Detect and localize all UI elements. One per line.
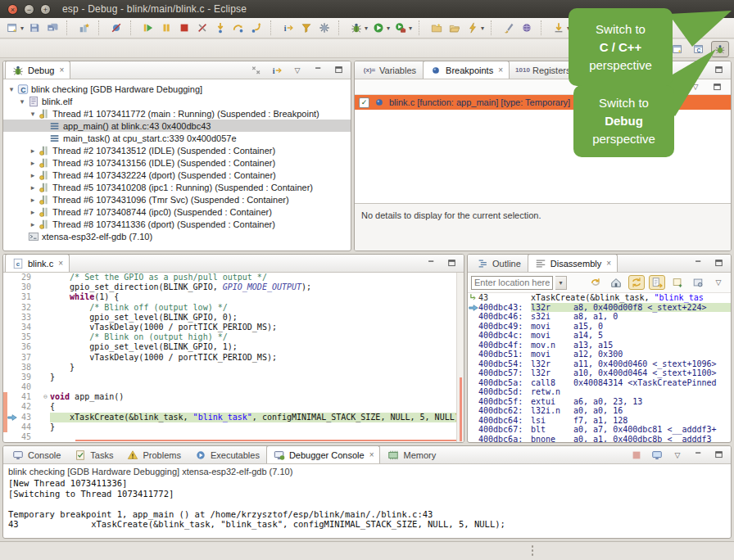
tree-expander-icon[interactable]: ▾ [28, 110, 38, 118]
tab-debug[interactable]: Debug× [5, 61, 70, 79]
annotation-ruler[interactable] [7, 353, 18, 363]
debug-settings-button[interactable] [316, 20, 333, 36]
tab-blink-c[interactable]: cblink.c× [5, 254, 70, 272]
tab-disassembly[interactable]: Disassembly× [528, 254, 618, 272]
format-button[interactable] [501, 20, 517, 36]
minimize-button[interactable] [423, 255, 439, 272]
save-all-button[interactable] [44, 20, 61, 36]
terminate-dim-button[interactable] [628, 447, 645, 463]
tree-expander-icon[interactable]: ▸ [28, 183, 38, 192]
view-menu-button[interactable]: ▽ [687, 80, 704, 93]
debug-tree-item[interactable]: ▾Cblink checking [GDB Hardware Debugging… [3, 83, 351, 95]
tab-debugger-console[interactable]: Debugger Console× [266, 445, 381, 463]
maximize-button[interactable] [330, 62, 347, 79]
tab-memory[interactable]: Memory [380, 445, 442, 463]
annotation-ruler[interactable] [7, 313, 18, 323]
run-dropdown-icon[interactable]: ▾ [387, 25, 390, 32]
console-body[interactable]: [New Thread 1073411336][Switching to Thr… [3, 478, 731, 530]
pin-view-button[interactable] [690, 275, 706, 290]
tab-executables[interactable]: Executables [188, 445, 266, 463]
annotation-ruler[interactable] [7, 432, 18, 442]
use-step-filters-button[interactable] [298, 20, 315, 36]
resume-button[interactable] [140, 20, 156, 36]
instruction-stepping-button[interactable]: i [280, 20, 297, 36]
sync-button[interactable] [519, 20, 535, 36]
tab-breakpoints[interactable]: Breakpoints× [423, 61, 510, 79]
minimize-button[interactable] [690, 447, 706, 463]
annotation-ruler[interactable] [7, 282, 18, 292]
annotation-ruler[interactable] [7, 382, 18, 392]
debug-button[interactable] [348, 20, 365, 36]
annotation-ruler[interactable] [7, 363, 18, 373]
disconnect-button[interactable] [194, 20, 211, 36]
annotation-ruler[interactable] [7, 303, 18, 313]
debug-tree-item[interactable]: app_main() at blink.c:43 0x400dbc43 [3, 120, 351, 132]
debug-tree-item[interactable]: ▾blink.elf [3, 95, 351, 107]
tab-close-icon[interactable]: × [58, 259, 63, 268]
debug-tree-item[interactable]: ▸Thread #6 1073431096 (Tmr Svc) (Suspend… [3, 193, 351, 205]
location-dropdown-icon[interactable]: ▾ [555, 276, 567, 290]
tab-console[interactable]: Console [5, 445, 67, 463]
tree-expander-icon[interactable]: ▾ [7, 85, 16, 93]
debug-perspective-button[interactable] [711, 41, 729, 57]
minimize-button[interactable] [690, 255, 706, 272]
tree-expander-icon[interactable]: ▾ [17, 97, 27, 106]
tree-expander-icon[interactable]: ▸ [28, 147, 38, 155]
tab-outline[interactable]: Outline [469, 254, 528, 272]
new-wizard-dropdown-icon[interactable]: ▾ [20, 25, 24, 32]
annotation-ruler[interactable] [7, 342, 18, 352]
editor-body[interactable]: 29 /* Set the GPIO as a push/pull output… [3, 273, 464, 442]
sync-selection-button[interactable] [628, 275, 645, 290]
annotation-ruler[interactable] [7, 392, 18, 402]
annotation-ruler[interactable] [7, 422, 18, 432]
debug-tree-item[interactable]: ▸Thread #8 1073411336 (dport) (Suspended… [3, 218, 351, 230]
debug-tree-item[interactable]: main_task() at cpu_start.c:339 0x400d057… [3, 132, 351, 144]
maximize-button[interactable] [709, 80, 725, 93]
flash-dropdown-icon[interactable]: ▾ [481, 25, 484, 32]
view-menu-button[interactable]: ▽ [289, 62, 306, 79]
new-c-project-button[interactable] [428, 20, 445, 36]
debug-tree-item[interactable]: ▸Thread #2 1073413512 (IDLE) (Suspended … [3, 144, 351, 156]
tab-problems[interactable]: Problems [120, 445, 187, 463]
minimize-button[interactable] [310, 62, 326, 79]
external-tools-button[interactable] [392, 20, 409, 36]
maximize-button[interactable] [710, 62, 727, 79]
maximize-button[interactable] [443, 255, 460, 272]
disassembly-body[interactable]: 43xTaskCreate(&blink_task, "blink_tas400… [468, 293, 731, 443]
tree-expander-icon[interactable]: ▸ [28, 208, 38, 216]
show-source-button[interactable] [649, 275, 665, 290]
debug-tree-item[interactable]: ▸Thread #3 1073413156 (IDLE) (Suspended … [3, 156, 351, 169]
tree-expander-icon[interactable]: ▸ [28, 171, 38, 179]
step-into-button[interactable] [212, 20, 229, 36]
tree-expander-icon[interactable]: ▸ [28, 159, 38, 167]
view-menu-button[interactable]: ▽ [710, 275, 727, 290]
tab-tasks[interactable]: Tasks [67, 445, 120, 463]
home-button[interactable] [608, 275, 624, 290]
maximize-button[interactable] [710, 447, 727, 463]
fold-marker-icon[interactable]: ⊖ [41, 392, 50, 402]
new-view-button[interactable] [669, 275, 686, 290]
location-input[interactable] [471, 276, 553, 290]
breakpoint-row[interactable]: ✓blink.c [function: app_main] [type: Tem… [355, 95, 731, 110]
open-project-button[interactable] [446, 20, 463, 36]
flash-button[interactable] [464, 20, 481, 36]
debug-tree-item[interactable]: ▸Thread #4 1073432224 (dport) (Suspended… [3, 169, 351, 181]
tab-close-icon[interactable]: × [59, 65, 64, 75]
debug-tree-item[interactable]: ▸Thread #5 1073410208 (ipc1 : Running) (… [3, 181, 351, 193]
window-close-icon[interactable]: × [7, 4, 18, 15]
debug-tree-item[interactable]: ▾Thread #1 1073411772 (main : Running) (… [3, 107, 351, 120]
run-button[interactable] [370, 20, 387, 36]
refresh-view-button[interactable] [587, 275, 604, 290]
suspend-button[interactable] [158, 20, 174, 36]
debug-tree-item[interactable]: xtensa-esp32-elf-gdb (7.10) [3, 230, 351, 242]
remove-all-terminated-button[interactable] [248, 62, 265, 79]
window-maximize-icon[interactable]: + [40, 4, 51, 15]
tab-variables[interactable]: (x)=Variables [356, 61, 423, 79]
tree-expander-icon[interactable]: ▸ [28, 220, 38, 228]
annotation-ruler[interactable] [7, 273, 18, 282]
save-button[interactable] [26, 20, 43, 36]
debug-dropdown-icon[interactable]: ▾ [365, 25, 368, 32]
tab-close-icon[interactable]: × [606, 259, 611, 268]
annotation-ruler[interactable] [7, 323, 18, 332]
tree-expander-icon[interactable]: ▸ [28, 196, 38, 204]
